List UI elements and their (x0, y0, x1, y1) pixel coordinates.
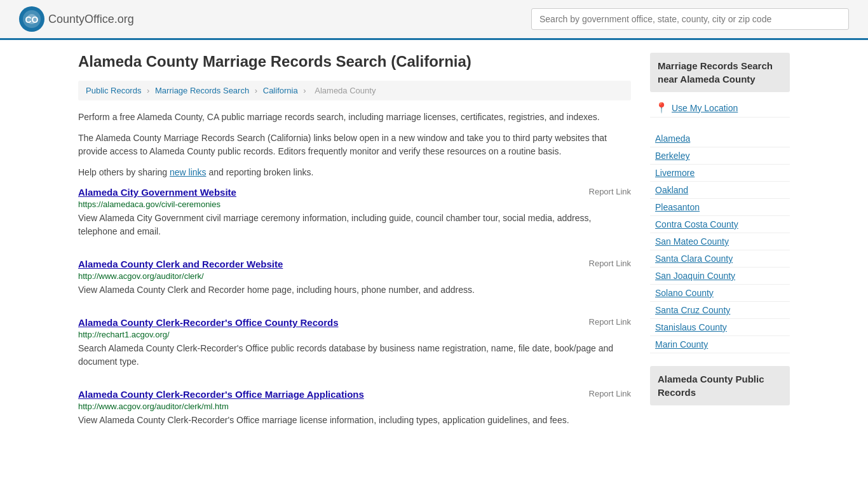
content-area: Alameda County Marriage Records Search (… (78, 53, 631, 447)
sidebar-list-item: San Joaquin County (650, 268, 790, 285)
description-3: Help others by sharing new links and rep… (78, 166, 631, 179)
result-url-3[interactable]: http://www.acgov.org/auditor/clerk/ml.ht… (78, 402, 631, 411)
result-url-1[interactable]: http://www.acgov.org/auditor/clerk/ (78, 271, 631, 281)
page-title: Alameda County Marriage Records Search (… (78, 53, 631, 71)
sidebar-link-11[interactable]: Stanislaus County (655, 322, 727, 332)
sidebar-list-item: Contra Costa County (650, 216, 790, 233)
breadcrumb-marriage-records[interactable]: Marriage Records Search (155, 86, 249, 95)
sidebar-list-item: Santa Cruz County (650, 302, 790, 319)
sidebar-link-2[interactable]: Livermore (655, 168, 695, 178)
new-links-link[interactable]: new links (170, 167, 207, 177)
desc3-post: and reporting broken links. (207, 167, 314, 177)
result-item: Alameda County Clerk-Recorder's Office M… (78, 389, 631, 433)
report-link-0[interactable]: Report Link (589, 187, 631, 196)
result-title-0[interactable]: Alameda City Government Website (78, 187, 236, 198)
breadcrumb: Public Records › Marriage Records Search… (78, 81, 631, 100)
sidebar-list-item: Livermore (650, 165, 790, 182)
result-title-row: Alameda County Clerk and Recorder Websit… (78, 259, 631, 269)
result-item: Alameda County Clerk-Recorder's Office C… (78, 317, 631, 375)
logo-area: CO CountyOffice.org (19, 6, 134, 32)
sidebar-list-item: San Mateo County (650, 233, 790, 250)
results-list: Alameda City Government Website Report L… (78, 187, 631, 433)
result-item: Alameda City Government Website Report L… (78, 187, 631, 245)
sidebar-list-item: Pleasanton (650, 199, 790, 216)
breadcrumb-california[interactable]: California (263, 86, 298, 95)
result-desc-2: Search Alameda County Clerk-Recorder's O… (78, 342, 631, 369)
sidebar-list-item: Stanislaus County (650, 319, 790, 336)
description-2: The Alameda County Marriage Records Sear… (78, 132, 631, 158)
result-title-3[interactable]: Alameda County Clerk-Recorder's Office M… (78, 389, 364, 400)
sidebar-section-1-title: Marriage Records Search near Alameda Cou… (650, 53, 790, 92)
result-item: Alameda County Clerk and Recorder Websit… (78, 259, 631, 303)
result-desc-0: View Alameda City Government civil marri… (78, 212, 631, 238)
result-title-row: Alameda City Government Website Report L… (78, 187, 631, 198)
report-link-3[interactable]: Report Link (589, 389, 631, 398)
use-location-item[interactable]: 📍 Use My Location (650, 98, 790, 118)
logo-text[interactable]: CountyOffice.org (48, 13, 134, 26)
sidebar-link-0[interactable]: Alameda (655, 133, 690, 144)
sidebar-link-9[interactable]: Solano County (655, 288, 714, 298)
desc3-pre: Help others by sharing (78, 167, 170, 177)
report-link-2[interactable]: Report Link (589, 317, 631, 327)
sidebar-list-item: Santa Clara County (650, 250, 790, 268)
sidebar-link-7[interactable]: Santa Clara County (655, 254, 733, 264)
header: CO CountyOffice.org (0, 0, 868, 40)
sidebar-nearby-list: 📍 Use My Location (650, 98, 790, 118)
sidebar-list-item: Oakland (650, 182, 790, 199)
sidebar-links-list: AlamedaBerkeleyLivermoreOaklandPleasanto… (650, 130, 790, 353)
sidebar: Marriage Records Search near Alameda Cou… (650, 53, 790, 447)
result-title-2[interactable]: Alameda County Clerk-Recorder's Office C… (78, 317, 339, 328)
sidebar-link-8[interactable]: San Joaquin County (655, 271, 735, 281)
sidebar-list-item: Marin County (650, 336, 790, 353)
main-content: Alameda County Marriage Records Search (… (59, 40, 809, 460)
result-title-1[interactable]: Alameda County Clerk and Recorder Websit… (78, 259, 283, 269)
sidebar-list-item: Solano County (650, 285, 790, 302)
sidebar-link-5[interactable]: Contra Costa County (655, 219, 738, 229)
sidebar-list-item: Berkeley (650, 147, 790, 165)
sidebar-section-2-title: Alameda County Public Records (650, 366, 790, 405)
logo-main: CountyOffice (48, 13, 114, 25)
sidebar-list-item: Alameda (650, 130, 790, 147)
result-title-row: Alameda County Clerk-Recorder's Office C… (78, 317, 631, 328)
result-desc-3: View Alameda County Clerk-Recorder's Off… (78, 414, 631, 427)
sidebar-link-12[interactable]: Marin County (655, 339, 708, 349)
report-link-1[interactable]: Report Link (589, 259, 631, 268)
breadcrumb-public-records[interactable]: Public Records (86, 86, 141, 95)
svg-text:CO: CO (25, 15, 39, 25)
description-1: Perform a free Alameda County, CA public… (78, 111, 631, 124)
logo-suffix: .org (114, 13, 134, 25)
logo-icon: CO (19, 6, 44, 32)
sidebar-link-6[interactable]: San Mateo County (655, 236, 729, 247)
result-desc-1: View Alameda County Clerk and Recorder h… (78, 283, 631, 297)
sidebar-link-3[interactable]: Oakland (655, 185, 688, 195)
result-title-row: Alameda County Clerk-Recorder's Office M… (78, 389, 631, 400)
breadcrumb-current: Alameda County (315, 86, 376, 95)
result-url-0[interactable]: https://alamedaca.gov/civil-ceremonies (78, 200, 631, 209)
search-input[interactable] (531, 8, 849, 30)
sidebar-link-1[interactable]: Berkeley (655, 151, 689, 161)
use-location-link[interactable]: Use My Location (672, 103, 738, 113)
result-url-2[interactable]: http://rechart1.acgov.org/ (78, 330, 631, 339)
sidebar-link-10[interactable]: Santa Cruz County (655, 305, 730, 315)
location-icon: 📍 (655, 102, 668, 114)
sidebar-link-4[interactable]: Pleasanton (655, 202, 700, 212)
